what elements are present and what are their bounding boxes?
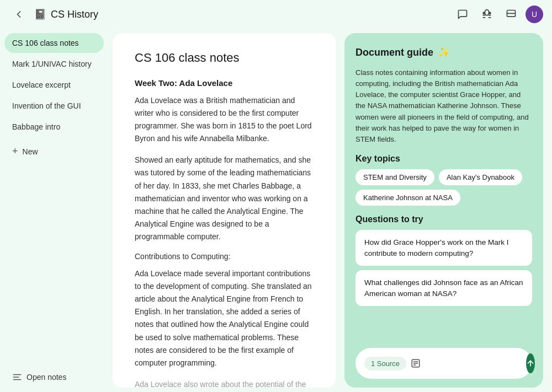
topic-alan[interactable]: Alan Kay's Dynabook <box>439 169 522 185</box>
open-notes-icon <box>12 372 22 382</box>
content-area: CS 106 class notes Week Two: Ada Lovelac… <box>108 29 552 392</box>
document-title: CS 106 class notes <box>135 51 314 65</box>
notebook-icon: 📓 <box>34 8 46 20</box>
topbar-left: 📓 CS History <box>9 4 98 24</box>
question-2[interactable]: What challenges did Johnson face as an A… <box>355 270 532 306</box>
questions-section: Questions to try How did Grace Hopper's … <box>355 214 532 310</box>
key-topics-section: Key topics STEM and Diversity Alan Kay's… <box>355 154 532 206</box>
guide-title: Document guide ✨ <box>355 46 532 58</box>
sidebar-item-invention[interactable]: Invention of the GUI <box>4 96 104 116</box>
plus-icon: + <box>12 146 18 157</box>
topbar: 📓 CS History U <box>0 0 552 29</box>
paragraph-1: Ada Lovelace was a British mathematician… <box>135 94 314 145</box>
questions-label: Questions to try <box>355 214 532 224</box>
guide-input-area: 1 Source <box>355 348 532 379</box>
bug-button[interactable] <box>477 4 497 24</box>
new-button[interactable]: + New <box>4 140 104 163</box>
guide-description: Class notes containing information about… <box>355 67 532 145</box>
back-button[interactable] <box>9 4 29 24</box>
sidebar-item-cs106[interactable]: CS 106 class notes <box>4 33 104 53</box>
guide-panel: Document guide ✨ Class notes containing … <box>344 33 543 388</box>
sparkle-icon: ✨ <box>438 46 450 58</box>
key-topics-label: Key topics <box>355 154 532 164</box>
app-title: 📓 CS History <box>34 8 98 20</box>
source-badge[interactable]: 1 Source <box>364 357 406 370</box>
document-panel: CS 106 class notes Week Two: Ada Lovelac… <box>113 33 336 388</box>
topic-stem[interactable]: STEM and Diversity <box>355 169 434 185</box>
paragraph-3: Ada Lovelace made several important cont… <box>135 267 314 369</box>
sidebar-item-babbage[interactable]: Babbage intro <box>4 117 104 137</box>
chat-button[interactable] <box>453 4 473 24</box>
open-notes-button[interactable]: Open notes <box>4 367 104 388</box>
note-icon-button[interactable] <box>411 355 421 372</box>
main-layout: CS 106 class notes Mark 1/UNIVAC history… <box>0 29 552 392</box>
topic-katherine[interactable]: Katherine Johnson at NASA <box>355 190 460 206</box>
avatar[interactable]: U <box>526 6 543 23</box>
topics-container: STEM and Diversity Alan Kay's Dynabook K… <box>355 169 532 206</box>
sidebar: CS 106 class notes Mark 1/UNIVAC history… <box>0 29 108 392</box>
feedback-button[interactable] <box>501 4 521 24</box>
paragraph-4: Ada Lovelace also wrote about the potent… <box>135 378 314 388</box>
question-1[interactable]: How did Grace Hopper's work on the Mark … <box>355 230 532 266</box>
guide-input-field[interactable] <box>425 359 522 368</box>
send-button[interactable] <box>526 353 535 373</box>
topbar-right: U <box>453 4 543 24</box>
sidebar-item-lovelace[interactable]: Lovelace excerpt <box>4 75 104 95</box>
week-title: Week Two: Ada Lovelace <box>135 78 314 88</box>
sidebar-item-mark1[interactable]: Mark 1/UNIVAC history <box>4 54 104 74</box>
paragraph-2: Showed an early aptitude for mathematics… <box>135 154 314 243</box>
contributions-label: Contributions to Computing: <box>135 252 314 261</box>
